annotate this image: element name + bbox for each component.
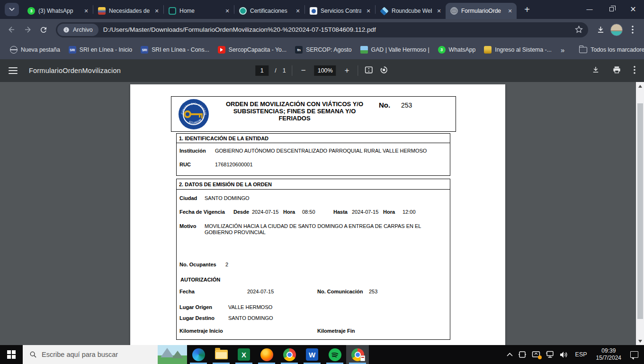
pdf-content-area[interactable]: CONTRALORÍA GENERAL DEL ESTADO ECUADOR O… bbox=[0, 82, 644, 345]
home-favicon bbox=[169, 7, 176, 15]
desde-value: 2024-07-15 bbox=[252, 209, 278, 215]
pdf-more-button[interactable] bbox=[634, 66, 635, 76]
bookmark-whatsapp[interactable]: 3 WhatsApp bbox=[434, 44, 480, 56]
tab-close-icon[interactable]: ✕ bbox=[224, 7, 231, 15]
km-inicio-label: Kilometraje Inicio bbox=[179, 328, 223, 334]
bookmark-sri-consultas[interactable]: SRI SRI en Línea - Cons... bbox=[136, 44, 214, 56]
language-indicator[interactable]: ESP bbox=[573, 351, 589, 358]
url-text[interactable]: D:/Users/Master/Downloads/FormularioOrde… bbox=[103, 26, 574, 33]
search-highlight-image[interactable] bbox=[158, 345, 187, 364]
km-fin-label: Kilometraje Fin bbox=[317, 328, 355, 334]
tray-network-icon[interactable] bbox=[546, 351, 555, 358]
action-center-button[interactable] bbox=[630, 351, 638, 358]
tray-cast-icon[interactable] bbox=[518, 351, 527, 358]
bookmark-label: WhatsApp bbox=[449, 46, 476, 53]
taskbar-excel[interactable]: X bbox=[233, 345, 255, 364]
downloads-button[interactable] bbox=[594, 23, 607, 36]
fit-page-button[interactable] bbox=[365, 65, 374, 76]
hidden-icons-chevron[interactable] bbox=[507, 353, 513, 356]
tab-strip: 3 (3) WhatsApp ✕ Necesidades de ✕ Home ✕… bbox=[0, 0, 644, 19]
close-button[interactable]: ✕ bbox=[622, 0, 644, 18]
zoom-in-button[interactable]: + bbox=[342, 66, 352, 75]
bookmarks-overflow-button[interactable]: » bbox=[556, 46, 569, 54]
reload-button[interactable] bbox=[37, 23, 50, 36]
taskbar-spotify[interactable] bbox=[323, 345, 346, 364]
minimize-button[interactable]: — bbox=[579, 0, 600, 18]
network-icon bbox=[546, 351, 555, 358]
tab-close-icon[interactable]: ✕ bbox=[435, 7, 443, 15]
clock[interactable]: 09:39 15/7/2024 bbox=[594, 347, 623, 362]
chip-label: Archivo bbox=[73, 27, 93, 33]
all-bookmarks-button[interactable]: Todos los marcadores bbox=[575, 44, 644, 55]
bookmark-label: SRI en Línea - Inicio bbox=[80, 46, 132, 53]
ciudad-value: SANTO DOMINGO bbox=[205, 195, 250, 201]
taskbar-edge[interactable] bbox=[187, 345, 210, 364]
tray-volume-icon[interactable] bbox=[560, 351, 568, 358]
start-button[interactable] bbox=[0, 345, 23, 364]
address-bar[interactable]: Archivo D:/Users/Master/Downloads/Formul… bbox=[56, 22, 588, 37]
bookmark-sercopcapacita[interactable]: SercopCapacita - Yo... bbox=[214, 44, 291, 56]
profile-avatar[interactable] bbox=[610, 23, 623, 36]
bookmark-star-icon[interactable] bbox=[574, 25, 583, 34]
bookmark-label: Nueva pestaña bbox=[21, 46, 60, 53]
restore-button[interactable] bbox=[600, 0, 622, 18]
tray-screenshare-icon[interactable] bbox=[532, 351, 540, 358]
browser-menu-button[interactable] bbox=[626, 23, 639, 36]
tab-certificaciones[interactable]: Certificaciones ✕ bbox=[234, 3, 304, 19]
speaker-icon bbox=[560, 351, 568, 358]
scroll-down-button[interactable] bbox=[636, 337, 644, 345]
bookmark-sercop-agosto[interactable]: fn SERCOP: Agosto bbox=[291, 44, 356, 56]
file-scheme-chip[interactable]: Archivo bbox=[57, 24, 98, 36]
doc-header-box: CONTRALORÍA GENERAL DEL ESTADO ECUADOR O… bbox=[171, 96, 456, 132]
taskbar-word[interactable]: W bbox=[301, 345, 323, 364]
tab-roundcube[interactable]: Roundcube Web ✕ bbox=[376, 3, 446, 19]
section2-header: 2. DATOS DE EMISIÓN DE LA ORDEN bbox=[177, 179, 450, 190]
ocupantes-value: 2 bbox=[225, 262, 228, 267]
bookmark-nueva-pestana[interactable]: Nueva pestaña bbox=[6, 44, 64, 56]
pdf-controls: / 1 − + bbox=[255, 65, 388, 76]
institucion-label: Institución bbox=[179, 148, 206, 154]
forward-button[interactable] bbox=[21, 23, 34, 36]
pdf-print-button[interactable] bbox=[612, 65, 621, 76]
chevron-up-icon bbox=[507, 353, 513, 356]
tab-close-icon[interactable]: ✕ bbox=[294, 7, 302, 15]
page-number-input[interactable] bbox=[255, 65, 268, 76]
zoom-level-input[interactable] bbox=[314, 65, 336, 76]
tab-label: Roundcube Web bbox=[392, 8, 432, 14]
autorizacion-header: AUTORIZACIÓN bbox=[180, 277, 220, 282]
back-button[interactable] bbox=[5, 23, 18, 36]
origen-value: VALLE HERMOSO bbox=[228, 304, 272, 310]
sri-icon: SRI bbox=[69, 46, 76, 54]
scroll-up-button[interactable] bbox=[636, 82, 644, 90]
tab-close-icon[interactable]: ✕ bbox=[506, 7, 514, 15]
taskbar-search-input[interactable] bbox=[42, 351, 136, 358]
scrollbar[interactable] bbox=[636, 82, 644, 345]
bookmark-ingreso-sistema[interactable]: Ingreso al Sistema -... bbox=[480, 44, 556, 56]
tab-close-icon[interactable]: ✕ bbox=[82, 7, 90, 15]
bookmark-gad-valle-hermoso[interactable]: GAD | Valle Hermoso | bbox=[356, 44, 434, 56]
pdf-menu-button[interactable] bbox=[9, 67, 18, 74]
zoom-out-button[interactable]: − bbox=[299, 66, 308, 75]
tab-home[interactable]: Home ✕ bbox=[164, 3, 234, 19]
pdf-toolbar: FormularioOrdenMovilizacion / 1 − + bbox=[0, 59, 644, 82]
rotate-button[interactable] bbox=[380, 65, 389, 76]
tab-servicios[interactable]: Servicios Contra ✕ bbox=[305, 3, 375, 19]
taskbar-firefox[interactable] bbox=[255, 345, 278, 364]
taskbar-file-explorer[interactable] bbox=[210, 345, 233, 364]
pdf-download-button[interactable] bbox=[591, 65, 600, 76]
taskbar-chrome[interactable] bbox=[278, 345, 301, 364]
tab-necesidades[interactable]: Necesidades de ✕ bbox=[93, 3, 163, 19]
tab-close-icon[interactable]: ✕ bbox=[153, 7, 161, 15]
tab-search-button[interactable] bbox=[5, 3, 19, 16]
new-tab-button[interactable]: + bbox=[520, 3, 534, 16]
tab-close-icon[interactable]: ✕ bbox=[365, 7, 372, 15]
tab-whatsapp[interactable]: 3 (3) WhatsApp ✕ bbox=[23, 3, 93, 19]
crest-icon bbox=[484, 46, 492, 54]
tab-label: (3) WhatsApp bbox=[38, 8, 79, 14]
bookmark-sri-inicio[interactable]: SRI SRI en Línea - Inicio bbox=[64, 44, 136, 56]
pdf-globe-favicon bbox=[450, 7, 458, 15]
scrollbar-thumb[interactable] bbox=[637, 103, 643, 319]
tab-formulario-active[interactable]: FormularioOrde ✕ bbox=[446, 3, 517, 19]
taskbar-search[interactable] bbox=[23, 345, 187, 364]
taskbar-chrome-pdf-active[interactable] bbox=[346, 345, 369, 364]
